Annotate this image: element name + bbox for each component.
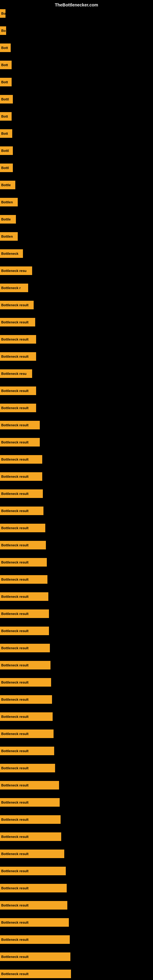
bar-label: Bottleneck result <box>1 886 29 890</box>
bar-row: Bottleneck result <box>0 832 61 841</box>
result-bar: Bo <box>0 9 5 18</box>
bar-label: Bottleneck result <box>1 543 29 547</box>
result-bar: Bottleneck result <box>0 815 61 824</box>
result-bar: Bottle <box>0 215 16 224</box>
result-bar: Bottleneck result <box>0 832 61 841</box>
bar-row: Bottleneck result <box>0 747 54 755</box>
result-bar: Bottleneck result <box>0 695 52 704</box>
bar-row: Bottleneck result <box>0 661 51 670</box>
bar-label: Bottlen <box>1 200 13 204</box>
bar-row: Bottleneck result <box>0 558 47 566</box>
result-bar: Bottleneck result <box>0 387 36 395</box>
result-bar: Bottleneck result <box>0 541 46 549</box>
bar-label: Bottleneck result <box>1 955 29 959</box>
result-bar: Bottleneck result <box>0 884 67 892</box>
result-bar: Bottleneck result <box>0 644 50 652</box>
bar-label: Bottleneck result <box>1 355 29 358</box>
bar-label: Bott <box>1 132 8 135</box>
bar-label: Bottleneck result <box>1 698 29 701</box>
result-bar: Bottleneck result <box>0 918 69 927</box>
bar-label: Bottleneck result <box>1 681 29 684</box>
bar-label: Bottleneck result <box>1 526 29 530</box>
result-bar: Bottleneck result <box>0 730 54 738</box>
bar-row: Bottleneck result <box>0 387 36 395</box>
bar-label: Bottleneck result <box>1 852 29 856</box>
result-bar: Bottleneck result <box>0 438 40 447</box>
result-bar: Bottlen <box>0 198 18 207</box>
result-bar: Bottleneck result <box>0 592 48 601</box>
result-bar: Bottleneck result <box>0 352 36 361</box>
result-bar: Bottleneck r <box>0 283 28 292</box>
bar-label: Bott <box>1 115 8 118</box>
bar-row: Bottleneck result <box>0 421 40 430</box>
bar-label: Bottleneck result <box>1 458 29 461</box>
bar-row: Bottleneck result <box>0 953 70 961</box>
bar-label: Bottleneck r <box>1 286 21 290</box>
result-bar: Bottleneck result <box>0 301 33 309</box>
bar-row: Bottleneck result <box>0 901 67 910</box>
bar-label: Bottleneck result <box>1 492 29 495</box>
bar-label: Bottleneck resu <box>1 269 27 272</box>
bar-row: Bottleneck result <box>0 541 46 549</box>
bar-row: Bo <box>0 26 6 35</box>
bar-label: Bottl <box>1 97 9 101</box>
bar-row: Bottleneck result <box>0 781 59 789</box>
bar-row: Bottleneck result <box>0 404 36 412</box>
result-bar: Bottleneck result <box>0 558 47 566</box>
result-bar: Bottleneck <box>0 249 23 258</box>
bar-label: Bottleneck result <box>1 835 29 838</box>
bar-label: Bottleneck result <box>1 749 29 753</box>
bar-label: Bottleneck result <box>1 612 29 616</box>
result-bar: Bottl <box>0 146 13 155</box>
bar-row: Bottleneck result <box>0 592 48 601</box>
bar-label: Bottleneck result <box>1 783 29 787</box>
result-bar: Bottlen <box>0 232 18 241</box>
bar-row: Bott <box>0 129 12 138</box>
bar-row: Bottleneck result <box>0 575 48 584</box>
bar-label: Bottleneck <box>1 252 18 255</box>
bar-row: Bottleneck result <box>0 644 50 652</box>
bar-label: Bottleneck result <box>1 972 29 976</box>
bar-row: Bott <box>0 112 12 121</box>
result-bar: Bottleneck resu <box>0 266 32 275</box>
result-bar: Bottleneck result <box>0 506 43 515</box>
bar-label: Bottleneck result <box>1 715 29 719</box>
result-bar: Bottleneck result <box>0 747 54 755</box>
result-bar: Bo <box>0 26 6 35</box>
result-bar: Bottl <box>0 95 13 103</box>
result-bar: Bottleneck resu <box>0 369 32 378</box>
bar-row: Bottleneck result <box>0 730 54 738</box>
bar-row: Bottleneck result <box>0 489 43 498</box>
bar-label: Bottle <box>1 218 11 221</box>
result-bar: Bottleneck result <box>0 901 67 910</box>
result-bar: Bottleneck result <box>0 575 48 584</box>
result-bar: Bott <box>0 112 12 121</box>
result-bar: Bottleneck result <box>0 524 45 532</box>
bar-label: Bottleneck result <box>1 921 29 924</box>
bar-label: Bottl <box>1 149 9 153</box>
site-title: TheBottlenecker.com <box>55 2 98 7</box>
bar-row: Bottleneck result <box>0 867 66 875</box>
bar-row: Bottleneck result <box>0 506 43 515</box>
result-bar: Bott <box>0 60 12 69</box>
bar-label: Bottlen <box>1 235 13 238</box>
bar-row: Bottleneck result <box>0 678 51 687</box>
bar-label: Bottleneck result <box>1 560 29 564</box>
bar-row: Bottleneck result <box>0 884 67 892</box>
bar-label: Bottleneck result <box>1 766 29 770</box>
bar-label: Bottleneck result <box>1 337 29 341</box>
bar-label: Bottleneck result <box>1 800 29 804</box>
bar-label: Bottleneck result <box>1 389 29 393</box>
bar-row: Bottle <box>0 215 16 224</box>
result-bar: Bottleneck result <box>0 489 43 498</box>
result-bar: Bott <box>0 78 12 86</box>
bar-row: Bottleneck result <box>0 472 42 481</box>
result-bar: Bottleneck result <box>0 867 66 875</box>
bar-row: Bottleneck result <box>0 318 35 326</box>
result-bar: Bottleneck result <box>0 455 42 464</box>
bar-row: Bottleneck result <box>0 798 60 807</box>
result-bar: Bottleneck result <box>0 627 49 635</box>
bar-label: Bottleneck result <box>1 629 29 633</box>
result-bar: Bottleneck result <box>0 318 35 326</box>
bar-row: Bottl <box>0 95 13 103</box>
